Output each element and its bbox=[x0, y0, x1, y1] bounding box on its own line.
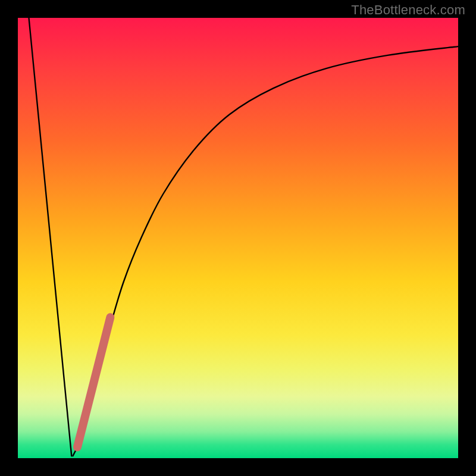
bottleneck-curve-right-path bbox=[73, 46, 459, 456]
highlight-segment-path bbox=[77, 317, 111, 447]
plot-area bbox=[18, 18, 458, 458]
watermark-text: TheBottleneck.com bbox=[351, 2, 465, 18]
bottleneck-curve-left-path bbox=[29, 18, 72, 456]
chart-svg bbox=[18, 18, 458, 458]
chart-frame: TheBottleneck.com bbox=[0, 0, 476, 476]
